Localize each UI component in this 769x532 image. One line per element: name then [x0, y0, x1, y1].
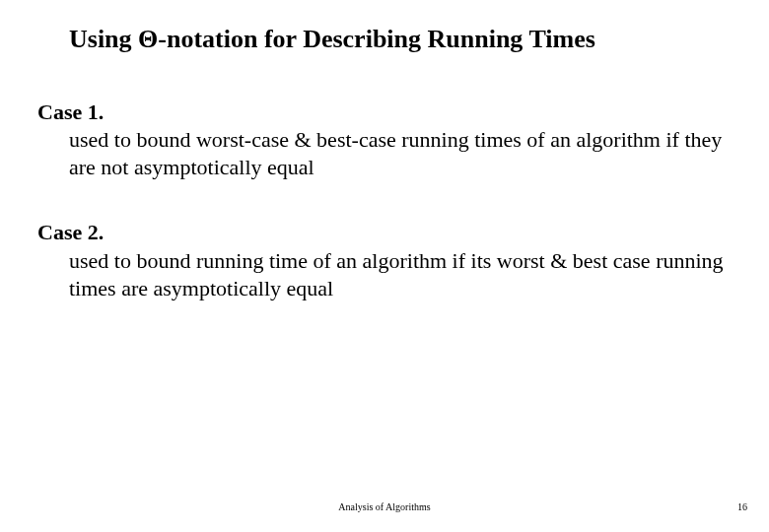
- case-1-label: Case 1.: [37, 99, 732, 126]
- case-2-label: Case 2.: [37, 219, 732, 246]
- case-1-description: used to bound worst-case & best-case run…: [69, 126, 732, 181]
- slide-title: Using Θ-notation for Describing Running …: [69, 24, 730, 54]
- page-number: 16: [737, 501, 747, 512]
- case-2-description: used to bound running time of an algorit…: [69, 247, 732, 302]
- case-block-2: Case 2. used to bound running time of an…: [37, 219, 732, 301]
- slide-body: Case 1. used to bound worst-case & best-…: [37, 99, 732, 340]
- footer-text: Analysis of Algorithms: [0, 501, 769, 512]
- case-block-1: Case 1. used to bound worst-case & best-…: [37, 99, 732, 181]
- slide: Using Θ-notation for Describing Running …: [0, 0, 769, 532]
